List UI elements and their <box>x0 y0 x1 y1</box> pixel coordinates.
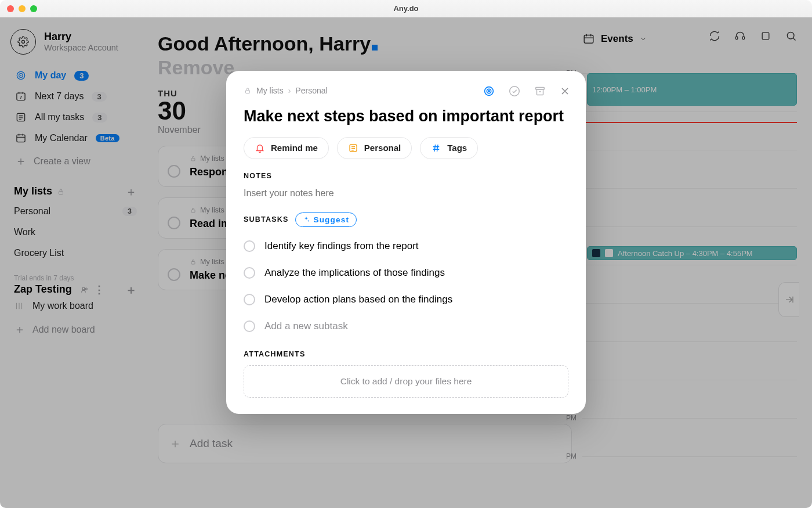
bell-icon <box>255 143 265 153</box>
breadcrumb-root[interactable]: My lists <box>256 86 284 95</box>
close-icon[interactable] <box>559 85 571 97</box>
subtasks-section-label: SUBTASKS Suggest <box>244 212 568 227</box>
chip-remind-me[interactable]: Remind me <box>244 137 329 159</box>
task-detail-modal: My lists › Personal Make next steps base… <box>226 71 586 414</box>
window-titlebar: Any.do <box>0 0 812 17</box>
breadcrumb-leaf[interactable]: Personal <box>295 86 327 95</box>
modal-title[interactable]: Make next steps based on important repor… <box>244 107 568 127</box>
svg-point-23 <box>510 87 520 96</box>
subtask-label: Develop action plans based on the findin… <box>264 294 452 305</box>
complete-icon[interactable] <box>508 85 521 98</box>
subtask-checkbox[interactable] <box>244 294 255 305</box>
svg-point-22 <box>488 91 490 92</box>
chip-label: Personal <box>364 143 401 153</box>
notes-input[interactable] <box>244 186 568 209</box>
notes-section-label: NOTES <box>244 172 568 180</box>
window-title: Any.do <box>0 4 812 13</box>
subtask-item[interactable]: Identify key findings from the report <box>244 233 568 260</box>
svg-rect-24 <box>536 88 545 90</box>
focus-icon[interactable] <box>483 85 495 98</box>
chip-label: Tags <box>447 143 467 153</box>
subtask-label: Identify key findings from the report <box>264 240 419 252</box>
archive-icon[interactable] <box>534 85 546 98</box>
add-subtask-input[interactable]: Add a new subtask <box>244 313 568 340</box>
svg-rect-19 <box>246 90 250 93</box>
chevron-right-icon: › <box>288 86 291 95</box>
attachments-dropzone[interactable]: Click to add / drop your files here <box>244 365 568 398</box>
chip-label: Remind me <box>271 143 318 153</box>
sparkle-icon <box>303 216 310 223</box>
lock-icon <box>244 87 252 95</box>
subtask-checkbox[interactable] <box>244 267 255 279</box>
add-subtask-label: Add a new subtask <box>264 320 348 332</box>
subtask-checkbox[interactable] <box>244 240 255 252</box>
subtask-item[interactable]: Develop action plans based on the findin… <box>244 286 568 313</box>
subtask-checkbox[interactable] <box>244 320 255 332</box>
subtask-item[interactable]: Analyze the implications of those findin… <box>244 260 568 286</box>
list-icon <box>348 143 358 153</box>
subtask-label: Analyze the implications of those findin… <box>264 267 445 279</box>
chip-tags[interactable]: Tags <box>420 137 478 159</box>
chip-list-personal[interactable]: Personal <box>337 137 412 159</box>
hash-icon <box>431 143 441 153</box>
attachments-section-label: ATTACHMENTS <box>244 350 568 358</box>
suggest-button[interactable]: Suggest <box>295 212 357 227</box>
